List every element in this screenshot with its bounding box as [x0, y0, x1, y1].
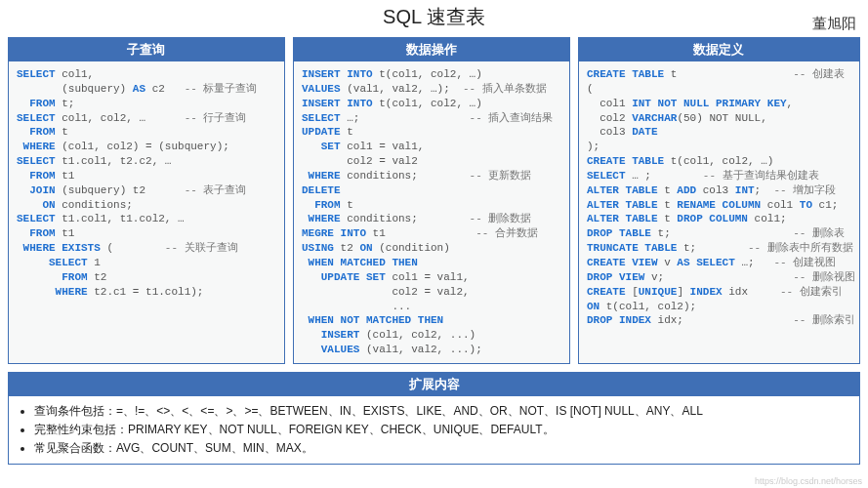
panel-body-subquery: SELECT col1, (subquery) AS c2 -- 标量子查询 F…: [9, 61, 284, 305]
extended-list: 查询条件包括：=、!=、<>、<、<=、>、>=、BETWEEN、IN、EXIS…: [22, 402, 851, 459]
code-line: INSERT INTO t(col1, col2, …): [302, 67, 565, 82]
code-line: FROM t1: [17, 169, 280, 183]
code-line: (subquery) AS c2 -- 标量子查询: [17, 82, 280, 97]
columns-container: 子查询 SELECT col1, (subquery) AS c2 -- 标量子…: [8, 37, 860, 364]
code-line: WHERE EXISTS ( -- 关联子查询: [17, 241, 280, 256]
code-line: FROM t;: [17, 97, 280, 111]
code-line: ...: [302, 300, 565, 314]
code-line: FROM t1: [17, 226, 280, 241]
code-line: WHERE t2.c1 = t1.col1);: [17, 285, 280, 300]
code-line: INSERT (col1, col2, ...): [302, 328, 565, 343]
list-item: 查询条件包括：=、!=、<>、<、<=、>、>=、BETWEEN、IN、EXIS…: [34, 402, 851, 421]
code-line: col2 = val2,: [302, 285, 565, 300]
code-line: WHERE (col1, col2) = (subquery);: [17, 140, 280, 154]
code-line: SET col1 = val1,: [302, 140, 565, 154]
panel-body-extended: 查询条件包括：=、!=、<>、<、<=、>、>=、BETWEEN、IN、EXIS…: [9, 396, 859, 465]
code-line: WHEN NOT MATCHED THEN: [302, 313, 565, 328]
code-line: WHEN MATCHED THEN: [302, 256, 565, 270]
code-line: ON conditions;: [17, 198, 280, 213]
panel-ddl: 数据定义 CREATE TABLE t -- 创建表( col1 INT NOT…: [578, 37, 860, 364]
list-item: 完整性约束包括：PRIMARY KEY、NOT NULL、FOREIGN KEY…: [34, 421, 851, 439]
code-line: col1 INT NOT NULL PRIMARY KEY,: [587, 97, 855, 111]
code-line: CREATE TABLE t -- 创建表: [587, 67, 855, 82]
code-line: ALTER TABLE t ADD col3 INT; -- 增加字段: [587, 183, 855, 198]
code-line: MEGRE INTO t1 -- 合并数据: [302, 226, 565, 241]
cheatsheet-page: SQL 速查表 董旭阳 子查询 SELECT col1, (subquery) …: [0, 0, 868, 488]
panel-header-ddl: 数据定义: [579, 38, 859, 61]
list-item: 常见聚合函数：AVG、COUNT、SUM、MIN、MAX。: [34, 439, 851, 458]
code-line: SELECT col1, col2, … -- 行子查询: [17, 111, 280, 126]
author-name: 董旭阳: [812, 15, 856, 33]
code-line: SELECT t1.col1, t2.c2, …: [17, 154, 280, 169]
panel-header-subquery: 子查询: [9, 38, 284, 61]
code-line: FROM t: [17, 125, 280, 140]
code-line: DROP VIEW v; -- 删除视图: [587, 270, 855, 285]
panel-body-dml: INSERT INTO t(col1, col2, …)VALUES (val1…: [294, 61, 569, 363]
panel-extended: 扩展内容 查询条件包括：=、!=、<>、<、<=、>、>=、BETWEEN、IN…: [8, 372, 860, 466]
code-line: col3 DATE: [587, 125, 855, 140]
code-line: ON t(col1, col2);: [587, 300, 855, 314]
code-line: ALTER TABLE t DROP COLUMN col1;: [587, 212, 855, 226]
code-line: TRUNCATE TABLE t; -- 删除表中所有数据: [587, 241, 855, 256]
code-line: SELECT col1,: [17, 67, 280, 82]
panel-header-dml: 数据操作: [294, 38, 569, 61]
code-line: VALUES (val1, val2, …); -- 插入单条数据: [302, 82, 565, 97]
watermark: https://blog.csdn.net/horses: [755, 476, 862, 486]
code-line: USING t2 ON (condition): [302, 241, 565, 256]
code-line: );: [587, 140, 855, 154]
code-line: SELECT t1.col1, t1.col2, …: [17, 212, 280, 226]
code-line: FROM t: [302, 198, 565, 213]
code-line: FROM t2: [17, 270, 280, 285]
code-line: ALTER TABLE t RENAME COLUMN col1 TO c1;: [587, 198, 855, 213]
code-line: SELECT … ; -- 基于查询结果创建表: [587, 169, 855, 183]
code-line: DELETE: [302, 183, 565, 198]
code-line: DROP TABLE t; -- 删除表: [587, 226, 855, 241]
code-line: JOIN (subquery) t2 -- 表子查询: [17, 183, 280, 198]
header: SQL 速查表 董旭阳: [8, 4, 860, 33]
panel-body-ddl: CREATE TABLE t -- 创建表( col1 INT NOT NULL…: [579, 61, 859, 334]
code-line: col2 VARCHAR(50) NOT NULL,: [587, 111, 855, 126]
page-title: SQL 速查表: [383, 4, 485, 30]
code-line: CREATE VIEW v AS SELECT …; -- 创建视图: [587, 256, 855, 270]
code-line: INSERT INTO t(col1, col2, …): [302, 97, 565, 111]
code-line: SELECT 1: [17, 256, 280, 270]
code-line: WHERE conditions; -- 更新数据: [302, 169, 565, 183]
code-line: col2 = val2: [302, 154, 565, 169]
panel-header-extended: 扩展内容: [9, 373, 859, 396]
code-line: UPDATE t: [302, 125, 565, 140]
code-line: DROP INDEX idx; -- 删除索引: [587, 313, 855, 328]
panel-subquery: 子查询 SELECT col1, (subquery) AS c2 -- 标量子…: [8, 37, 285, 364]
code-line: SELECT …; -- 插入查询结果: [302, 111, 565, 126]
panel-dml: 数据操作 INSERT INTO t(col1, col2, …)VALUES …: [293, 37, 570, 364]
code-line: UPDATE SET col1 = val1,: [302, 270, 565, 285]
code-line: VALUES (val1, val2, ...);: [302, 343, 565, 357]
code-line: CREATE [UNIQUE] INDEX idx -- 创建索引: [587, 285, 855, 300]
code-line: WHERE conditions; -- 删除数据: [302, 212, 565, 226]
code-line: (: [587, 82, 855, 97]
code-line: CREATE TABLE t(col1, col2, …): [587, 154, 855, 169]
